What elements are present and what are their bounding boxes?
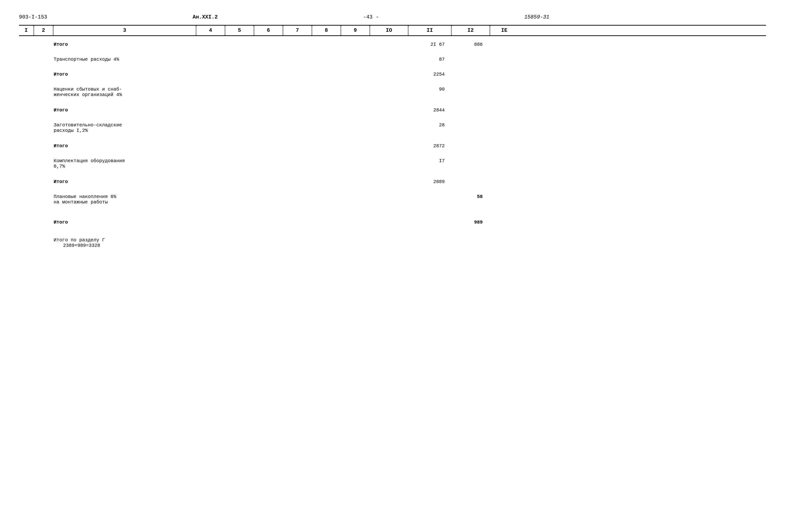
cell-3-4 [195, 71, 223, 73]
cell-3-7 [280, 71, 308, 73]
data-rows: Итого 2I 67 886 Транспортные расходы 4% [19, 41, 766, 260]
cell-8-3: Комплектация оборудования 0,7% [52, 157, 195, 170]
cell-12-13 [484, 236, 512, 238]
cell-5-5 [223, 106, 252, 108]
cell-1-10 [365, 41, 403, 43]
cell-11-11 [403, 219, 446, 220]
cell-8-4 [195, 157, 223, 159]
row5-text: Итого [54, 107, 68, 113]
cell-8-6 [252, 157, 280, 159]
cell-5-3: Итого [52, 106, 195, 114]
cell-8-2 [33, 157, 52, 159]
cell-11-2 [33, 219, 52, 220]
cell-10-7 [280, 193, 308, 195]
cell-8-10 [365, 157, 403, 159]
cell-4-8 [308, 86, 337, 87]
cell-2-8 [308, 56, 337, 58]
row8-text-line2: 0,7% [54, 164, 65, 169]
cell-2-4 [195, 56, 223, 58]
cell-8-8 [308, 157, 337, 159]
cell-6-8 [308, 122, 337, 123]
cell-8-13 [484, 157, 512, 159]
table-row: Заготовительно-складские расходы I,2% 28 [19, 122, 766, 140]
table-row: Комплектация оборудования 0,7% I7 [19, 157, 766, 176]
page: 903-I-153 Ан.ХХI.2 -43 - 15859-31 I 2 3 … [0, 0, 785, 532]
cell-7-8 [308, 142, 337, 144]
cell-10-2 [33, 193, 52, 195]
col-header-8: 8 [312, 26, 340, 35]
cell-4-10 [365, 86, 403, 87]
cell-9-9 [337, 178, 365, 180]
cell-3-5 [223, 71, 252, 73]
cell-3-9 [337, 71, 365, 73]
col-header-3: 3 [53, 26, 196, 35]
cell-9-10 [365, 178, 403, 180]
cell-12-6 [252, 236, 280, 238]
cell-2-2 [33, 56, 52, 58]
cell-5-6 [252, 106, 280, 108]
row3-text: Итого [54, 72, 68, 77]
cell-1-11: 2I 67 [403, 41, 446, 48]
cell-12-1 [19, 236, 33, 238]
cell-10-10 [365, 193, 403, 195]
cell-6-9 [337, 122, 365, 123]
page-label: -43 - [363, 14, 379, 20]
row12-text-line2: 2389+989=3328 [54, 243, 100, 248]
cell-3-2 [33, 71, 52, 73]
cell-8-7 [280, 157, 308, 159]
cell-11-12: 989 [446, 219, 484, 226]
table-row: Наценки сбытовых и снаб- женческих орган… [19, 86, 766, 105]
cell-5-2 [33, 106, 52, 108]
cell-1-4 [195, 41, 223, 43]
col-header-9: 9 [341, 26, 369, 35]
col-header-6: 6 [254, 26, 282, 35]
cell-1-8 [308, 41, 337, 43]
cell-6-13 [484, 122, 512, 123]
cell-10-6 [252, 193, 280, 195]
row6-text-line1: Заготовительно-складские [54, 122, 122, 128]
cell-4-2 [33, 86, 52, 87]
cell-4-13 [484, 86, 512, 87]
cell-10-13 [484, 193, 512, 195]
cell-1-2 [33, 41, 52, 43]
cell-9-12 [446, 178, 484, 180]
cell-5-9 [337, 106, 365, 108]
col-header-12: I2 [451, 26, 489, 35]
cell-11-1 [19, 219, 33, 220]
cell-3-13 [484, 71, 512, 73]
row1-text: Итого [54, 42, 68, 47]
doc-number: 903-I-153 [19, 14, 47, 20]
cell-1-3: Итого [52, 41, 195, 48]
cell-9-5 [223, 178, 252, 180]
header: 903-I-153 Ан.ХХI.2 -43 - 15859-31 [19, 14, 766, 20]
cell-10-4 [195, 193, 223, 195]
table-row: Итого 2844 [19, 106, 766, 119]
cell-4-6 [252, 86, 280, 87]
row2-text: Транспортные расходы 4% [54, 57, 119, 62]
cell-6-1 [19, 122, 33, 123]
cell-2-5 [223, 56, 252, 58]
cell-3-8 [308, 71, 337, 73]
cell-4-5 [223, 86, 252, 87]
cell-4-4 [195, 86, 223, 87]
cell-1-6 [252, 41, 280, 43]
cell-9-3: Итого [52, 178, 195, 185]
cell-12-4 [195, 236, 223, 238]
row7-text: Итого [54, 143, 68, 149]
cell-11-4 [195, 219, 223, 220]
table-row: Итого 989 [19, 219, 766, 232]
cell-5-12 [446, 106, 484, 108]
row10-text-line1: Плановые накопления 6% [54, 194, 116, 200]
cell-10-11 [403, 193, 446, 195]
cell-12-7 [280, 236, 308, 238]
cell-3-3: Итого [52, 71, 195, 78]
cell-9-4 [195, 178, 223, 180]
cell-9-6 [252, 178, 280, 180]
cell-10-8 [308, 193, 337, 195]
table-row: Итого 2254 [19, 71, 766, 84]
cell-10-1 [19, 193, 33, 195]
cell-1-9 [337, 41, 365, 43]
cell-7-1 [19, 142, 33, 144]
cell-6-6 [252, 122, 280, 123]
cell-10-12: 58 [446, 193, 484, 200]
